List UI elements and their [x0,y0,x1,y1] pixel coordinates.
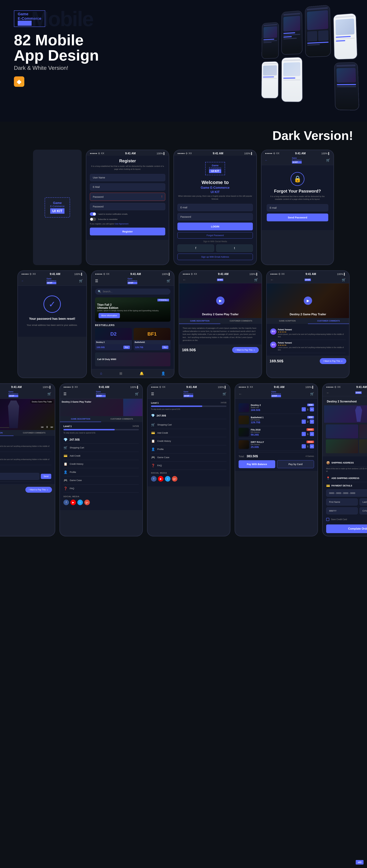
ms-gamecase[interactable]: 🎮 Game Case [151,454,226,462]
ms-shopping[interactable]: 🛒 Shopping Cart [151,421,226,429]
play-button2[interactable]: ▶ [304,297,312,305]
back-arrow-detail1[interactable]: ← [182,278,186,282]
cart-icon-detail2[interactable]: 🛒 [342,278,346,282]
tab-game-desc3[interactable]: GAME DESCRIPTION [0,430,13,436]
pay-button-comments[interactable]: I Want to Pay This ☺ [25,487,52,493]
menu-icon-header[interactable]: ☰ [95,279,98,283]
pay-card-btn[interactable]: Pay by Card [277,460,314,468]
pay-button-detail1[interactable]: I Want to Pay This ☺ [232,347,259,353]
tab-menu-desc[interactable]: GAME DESCRIPTION [60,416,101,422]
tab-game-description[interactable]: GAME DESCRIPTION [179,318,220,324]
facebook-icon[interactable]: f [63,500,69,505]
first-name-field[interactable]: First Name [326,498,358,505]
cart-icon-search[interactable]: 🛒 [167,279,170,283]
play-main-btn[interactable]: ⏸ [46,426,49,429]
cart-icon-detail1[interactable]: 🛒 [254,278,258,282]
home-nav[interactable]: ⌂ [100,371,102,375]
thumb-2[interactable] [359,425,367,438]
menu-item-history[interactable]: 📋 Credit History [63,460,139,468]
back-arrow[interactable]: ← [265,159,267,162]
welcome-email-field[interactable]: E-mail [177,204,253,211]
signup-email-button[interactable]: Sign up With Email Address [177,254,253,260]
fifa-qty-plus[interactable]: + [310,432,314,436]
cart-icon[interactable]: 🛒 [326,158,330,162]
next-btn[interactable]: ⏭ [51,426,53,429]
googleplus-icon[interactable]: g+ [84,500,90,505]
menu-item-profile[interactable]: 👤 Profile [63,468,139,476]
back-arrow-detail2[interactable]: ← [270,278,274,282]
login-button[interactable]: LOGIN [177,222,253,230]
mmyy-field[interactable]: MM/YY [326,507,358,515]
destiny-qty-minus[interactable]: - [302,407,306,411]
notification-toggle[interactable] [90,212,96,216]
comment-input[interactable]: Comment... [0,473,39,480]
menu-item-credit[interactable]: 💳 Add Credit [63,452,139,460]
newsletter-toggle[interactable] [90,218,96,221]
tab-customer-comments[interactable]: CUSTOMER COMMENTS [220,318,261,324]
facebook-login-btn[interactable]: f [177,244,214,252]
ms-tw[interactable]: t [165,476,170,482]
youtube-icon[interactable]: ▶ [70,500,76,505]
forgot-email-field[interactable]: E-mail [267,204,328,212]
bf1-qty-minus[interactable]: - [302,420,306,424]
ms-history[interactable]: 📋 Credit History [151,437,226,445]
back-arrow-payment[interactable]: ← [326,391,330,395]
cart-icon-menusearch[interactable]: 🛒 [223,392,226,396]
menu-item-faq[interactable]: ❓ FAQ [63,485,139,493]
ms-faq[interactable]: ❓ FAQ [151,462,226,470]
complete-order-btn[interactable]: Complate Order [326,524,367,533]
send-password-button[interactable]: Send Password [267,214,328,221]
add-shipping-section[interactable]: 📍 ADD SHIPPING ADDRESS › [326,475,367,482]
destiny-buy-btn[interactable]: Buy [123,346,130,349]
fifa-qty-minus[interactable]: - [302,432,306,436]
username-field[interactable]: User Name [90,174,165,181]
welcome-password-field[interactable]: Password [177,213,253,220]
email-field[interactable]: E-Mail [90,183,165,191]
pay-balance-btn[interactable]: Pay With Balance [238,460,275,468]
dirt-qty-plus[interactable]: + [310,444,314,448]
cart-icon-cart[interactable]: 🛒 [310,392,314,396]
play-button[interactable]: ▶ [216,297,225,305]
ms-credit[interactable]: 💳 Add Credit [151,429,226,437]
menu-ham-icon2[interactable]: ☰ [151,392,154,396]
prev-btn[interactable]: ⏮ [41,426,44,429]
search-input[interactable] [103,290,168,293]
agreement-link[interactable]: User Agreement [114,223,128,225]
twitter-login-btn[interactable]: t [216,244,253,252]
thumb-3[interactable] [326,439,358,453]
search-bar[interactable]: 🔍 [95,288,170,294]
menu-item-shopping[interactable]: 🛒 Shopping Cart [63,444,139,452]
cvv-field[interactable]: CVV [360,507,367,515]
ms-gp[interactable]: g+ [172,476,177,482]
cart-icon-menu[interactable]: 🛒 [135,392,139,396]
dirt-qty-minus[interactable]: - [302,444,306,448]
tab-comments3[interactable]: CUSTOMER COMMENTS [13,430,55,436]
bf1-qty-plus[interactable]: + [310,420,314,424]
user-nav[interactable]: 👤 [161,371,165,375]
send-comment-btn[interactable]: Send [41,474,51,479]
forgot-password-link[interactable]: Forgot Password [177,232,253,239]
menu-item-gamecase[interactable]: 🎮 Game Case [63,476,139,485]
password-field[interactable]: Password ! [90,193,165,201]
tab-menu-comments[interactable]: CUSTOMER COMMENTS [101,416,142,422]
more-info-button[interactable]: More Information [98,313,120,318]
thumb-4[interactable] [359,439,367,453]
cart-icon-comments[interactable]: 🛒 [48,392,51,396]
register-button[interactable]: Register [90,227,165,236]
last-name-field[interactable]: Last Name [360,498,367,505]
card-number-field[interactable]: 0000 - 0000 - 0000 - 0000 [326,490,367,497]
tab-customer-comments2[interactable]: CUSTOMER COMMENTS [308,318,349,324]
confirm-password-field[interactable]: Password [90,203,165,210]
cart-icon-reset[interactable]: 🛒 [79,279,83,283]
grid-nav[interactable]: ⊞ [119,371,122,375]
menu-ham-icon[interactable]: ☰ [63,392,66,396]
thumb-1[interactable] [326,425,358,438]
save-card-checkbox[interactable] [326,518,329,521]
ms-fb[interactable]: f [151,476,157,482]
back-arrow-reset[interactable]: ← [21,279,24,282]
tab-game-description2[interactable]: GAME SCRIPTION [267,318,308,324]
pay-button-detail2[interactable]: I Want to Pay This ☺ [320,358,346,364]
shipping-section[interactable]: 📦 SHIPPING ADDRESS › [326,459,367,467]
bell-nav[interactable]: 🔔 [140,371,144,375]
ms-yt[interactable]: ▶ [158,476,164,482]
